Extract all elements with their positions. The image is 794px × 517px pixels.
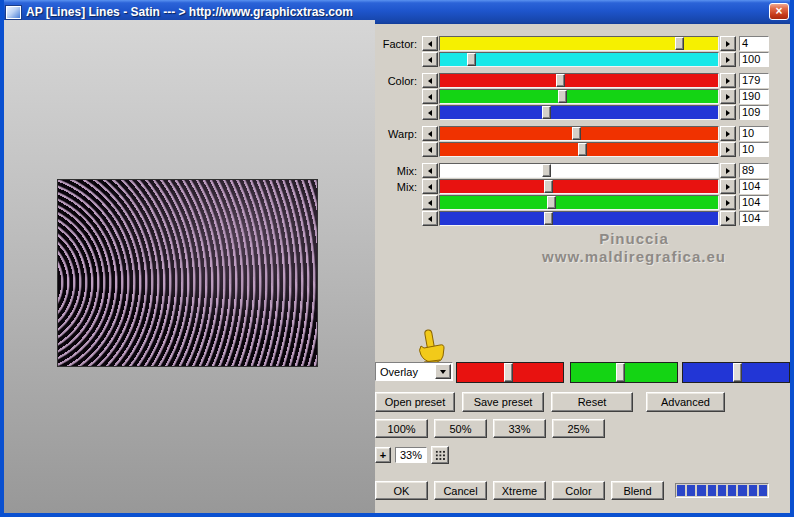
- slider-right-arrow[interactable]: [720, 89, 736, 104]
- progress-segment: [697, 485, 705, 496]
- arrow-right-icon: [726, 168, 730, 174]
- arrow-right-icon: [726, 94, 730, 100]
- slider-value-field[interactable]: 104: [739, 211, 769, 226]
- keypad-icon: [435, 450, 446, 461]
- slider-track[interactable]: [439, 36, 719, 51]
- slider-value-field[interactable]: 190: [739, 89, 769, 104]
- slider-right-arrow[interactable]: [720, 36, 736, 51]
- arrow-right-icon: [726, 216, 730, 222]
- channel-slider-green[interactable]: [570, 362, 678, 383]
- slider-value-field[interactable]: 4: [739, 36, 769, 51]
- slider-value-field[interactable]: 179: [739, 73, 769, 88]
- slider-left-arrow[interactable]: [422, 89, 438, 104]
- color-button[interactable]: Color: [552, 481, 605, 500]
- plugin-dialog-window: AP [Lines] Lines - Satin --- > http://ww…: [0, 0, 794, 517]
- slider-track[interactable]: [439, 89, 719, 104]
- slider-track[interactable]: [439, 126, 719, 141]
- advanced-button[interactable]: Advanced: [646, 392, 725, 412]
- zoom-50-button[interactable]: 50%: [434, 419, 487, 438]
- slider-thumb[interactable]: [544, 212, 553, 225]
- reset-button[interactable]: Reset: [551, 392, 633, 412]
- preview-image[interactable]: [57, 179, 318, 367]
- slider-left-arrow[interactable]: [422, 142, 438, 157]
- ok-button[interactable]: OK: [375, 481, 428, 500]
- arrow-right-icon: [726, 147, 730, 153]
- slider-left-arrow[interactable]: [422, 179, 438, 194]
- channel-thumb[interactable]: [616, 363, 625, 382]
- slider-right-arrow[interactable]: [720, 126, 736, 141]
- slider-right-arrow[interactable]: [720, 52, 736, 67]
- cancel-button[interactable]: Cancel: [434, 481, 487, 500]
- slider-track[interactable]: [439, 52, 719, 67]
- channel-thumb[interactable]: [733, 363, 742, 382]
- slider-value-field[interactable]: 104: [739, 179, 769, 194]
- progress-segment: [718, 485, 726, 496]
- save-preset-button[interactable]: Save preset: [462, 392, 544, 412]
- xtreme-button[interactable]: Xtreme: [493, 481, 546, 500]
- progress-segment: [749, 485, 757, 496]
- slider-thumb[interactable]: [542, 164, 551, 177]
- slider-thumb[interactable]: [675, 37, 684, 50]
- slider-track[interactable]: [439, 105, 719, 120]
- slider-left-arrow[interactable]: [422, 36, 438, 51]
- slider-right-arrow[interactable]: [720, 142, 736, 157]
- close-button[interactable]: ×: [769, 3, 789, 20]
- channel-slider-blue[interactable]: [682, 362, 790, 383]
- slider-left-arrow[interactable]: [422, 126, 438, 141]
- blend-button[interactable]: Blend: [611, 481, 664, 500]
- slider-thumb[interactable]: [572, 127, 581, 140]
- slider-track[interactable]: [439, 163, 719, 178]
- slider-value-field[interactable]: 10: [739, 126, 769, 141]
- dropdown-button[interactable]: [435, 364, 451, 379]
- channel-slider-red[interactable]: [456, 362, 564, 383]
- arrow-left-icon: [428, 41, 432, 47]
- slider-thumb[interactable]: [544, 180, 553, 193]
- slider-left-arrow[interactable]: [422, 105, 438, 120]
- slider-thumb[interactable]: [578, 143, 587, 156]
- slider-right-arrow[interactable]: [720, 179, 736, 194]
- channel-thumb[interactable]: [504, 363, 513, 382]
- slider-label: Factor:: [375, 38, 421, 50]
- watermark: Pinuccia www.maldiregrafica.eu: [499, 230, 769, 265]
- slider-value-field[interactable]: 89: [739, 163, 769, 178]
- slider-thumb[interactable]: [467, 53, 476, 66]
- slider-value-field[interactable]: 104: [739, 195, 769, 210]
- slider-left-arrow[interactable]: [422, 195, 438, 210]
- slider-track[interactable]: [439, 211, 719, 226]
- slider-thumb[interactable]: [547, 196, 556, 209]
- slider-left-arrow[interactable]: [422, 52, 438, 67]
- zoom-25-button[interactable]: 25%: [552, 419, 605, 438]
- slider-track[interactable]: [439, 73, 719, 88]
- arrow-left-icon: [428, 131, 432, 137]
- zoom-value-field[interactable]: 33%: [395, 447, 427, 463]
- slider-left-arrow[interactable]: [422, 73, 438, 88]
- slider-left-arrow[interactable]: [422, 211, 438, 226]
- slider-right-arrow[interactable]: [720, 163, 736, 178]
- slider-right-arrow[interactable]: [720, 73, 736, 88]
- slider-track[interactable]: [439, 179, 719, 194]
- slider-track[interactable]: [439, 142, 719, 157]
- keypad-button[interactable]: [431, 446, 449, 464]
- slider-track[interactable]: [439, 195, 719, 210]
- slider-row: Mix: 89: [375, 163, 769, 178]
- blend-mode-select[interactable]: Overlay: [375, 362, 453, 381]
- zoom-33-button[interactable]: 33%: [493, 419, 546, 438]
- slider-thumb[interactable]: [556, 74, 565, 87]
- slider-label: Warp:: [375, 128, 421, 140]
- slider-thumb[interactable]: [542, 106, 551, 119]
- slider-value-field[interactable]: 100: [739, 52, 769, 67]
- slider-right-arrow[interactable]: [720, 105, 736, 120]
- slider-value-field[interactable]: 109: [739, 105, 769, 120]
- zoom-100-button[interactable]: 100%: [375, 419, 428, 438]
- open-preset-button[interactable]: Open preset: [375, 392, 455, 412]
- zoom-plus-button[interactable]: +: [375, 447, 391, 463]
- slider-row: 10: [375, 142, 769, 157]
- slider-row: 104: [375, 195, 769, 210]
- slider-thumb[interactable]: [558, 90, 567, 103]
- slider-row: Warp: 10: [375, 126, 769, 141]
- slider-left-arrow[interactable]: [422, 163, 438, 178]
- slider-right-arrow[interactable]: [720, 211, 736, 226]
- slider-value-field[interactable]: 10: [739, 142, 769, 157]
- slider-right-arrow[interactable]: [720, 195, 736, 210]
- arrow-right-icon: [726, 78, 730, 84]
